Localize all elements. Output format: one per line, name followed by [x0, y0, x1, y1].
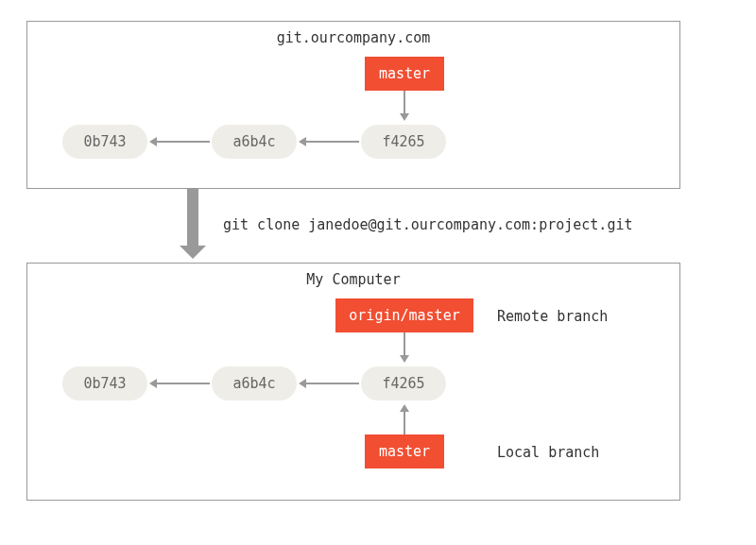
commit-node: 0b743: [62, 125, 147, 159]
commit-hash: f4265: [382, 375, 424, 392]
commit-hash: a6b4c: [232, 375, 275, 392]
commit-node: a6b4c: [212, 125, 297, 159]
server-box: git.ourcompany.com: [26, 21, 680, 189]
branch-origin-master: origin/master: [335, 298, 473, 332]
commit-hash: 0b743: [83, 133, 126, 150]
arrow-left-icon: [306, 383, 359, 384]
commit-node: a6b4c: [212, 366, 297, 400]
server-title: git.ourcompany.com: [27, 22, 679, 46]
clone-arrow-icon: [187, 189, 198, 246]
branch-master-local: master: [365, 434, 444, 468]
arrow-down-icon: [404, 332, 405, 355]
arrow-down-icon: [404, 91, 405, 113]
local-branch-label: Local branch: [497, 444, 599, 461]
commit-node: f4265: [361, 125, 446, 159]
local-title: My Computer: [27, 264, 679, 288]
arrow-left-icon: [306, 141, 359, 143]
commit-node: f4265: [361, 366, 446, 400]
commit-hash: f4265: [382, 133, 424, 150]
arrow-left-icon: [157, 141, 210, 143]
commit-hash: 0b743: [83, 375, 126, 392]
branch-master-server: master: [365, 57, 444, 91]
arrow-up-icon: [404, 412, 405, 434]
branch-label: master: [379, 443, 430, 460]
commit-node: 0b743: [62, 366, 147, 400]
remote-branch-label: Remote branch: [497, 308, 608, 325]
branch-label: master: [379, 65, 430, 82]
clone-command: git clone janedoe@git.ourcompany.com:pro…: [223, 216, 632, 233]
commit-hash: a6b4c: [232, 133, 275, 150]
branch-label: origin/master: [349, 307, 459, 324]
arrow-left-icon: [157, 383, 210, 384]
